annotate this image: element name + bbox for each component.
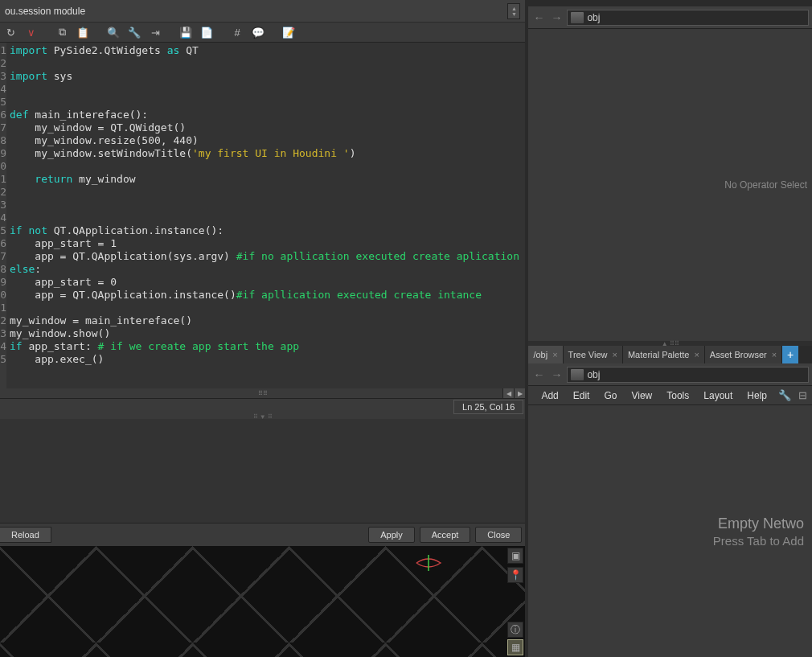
nav-back-icon[interactable]: ← [531, 10, 546, 25]
path-field-2[interactable]: obj [567, 367, 809, 383]
axis-gizmo-icon [412, 551, 445, 575]
close-icon[interactable]: × [772, 350, 777, 359]
search-icon[interactable]: 🔍 [106, 25, 121, 39]
press-tab-text: Press Tab to Add [713, 534, 804, 548]
module-title: ou.session module [5, 6, 85, 17]
close-icon[interactable]: × [694, 350, 699, 359]
accept-button[interactable]: Accept [420, 527, 471, 543]
menu-go[interactable]: Go [597, 388, 623, 404]
menu-layout[interactable]: Layout [697, 388, 739, 404]
button-row: Reload Apply Accept Close [0, 524, 525, 546]
hash-icon[interactable]: # [230, 25, 244, 39]
parameter-pane: No Operator Select [528, 29, 812, 341]
menu-edit[interactable]: Edit [567, 388, 597, 404]
drag-handle-icon[interactable]: ⠿⠿ [258, 390, 268, 397]
status-line: Ln 25, Col 16 [0, 398, 525, 414]
wrench-icon[interactable]: 🔧 [777, 388, 793, 404]
menu-add[interactable]: Add [535, 388, 564, 404]
code-editor[interactable]: 1 2 3 4 5 6 7 8 9 0 1 2 3 4 5 6 7 8 9 0 … [0, 43, 525, 388]
save-as-icon[interactable]: 📄 [199, 25, 214, 39]
viewport-3d[interactable]: ▣ 📍 ⓘ ▦ [0, 546, 525, 657]
add-tab-button[interactable]: + [782, 346, 798, 363]
module-title-bar: ou.session module ▲▼ [0, 0, 525, 23]
tab-strip: /obj× Tree View× Material Palette× Asset… [528, 346, 812, 363]
dropdown-icon[interactable]: ∨ [24, 25, 39, 39]
nav-forward-icon[interactable]: → [549, 10, 564, 25]
redo-icon[interactable]: ↻ [3, 25, 18, 39]
tab-tree-view[interactable]: Tree View× [564, 346, 623, 363]
apply-button[interactable]: Apply [368, 527, 415, 543]
note-icon[interactable]: 📝 [281, 25, 296, 39]
code-area[interactable]: import PySide2.QtWidgets as QT import sy… [6, 43, 525, 388]
pin-icon[interactable]: 📍 [507, 567, 523, 583]
scroll-right-icon[interactable]: ▶ [514, 388, 525, 398]
tab-obj[interactable]: /obj× [528, 346, 563, 363]
nav-back-icon[interactable]: ← [531, 368, 546, 382]
comment-icon[interactable]: 💬 [251, 25, 265, 39]
tree-icon[interactable]: ⊟ [794, 388, 810, 404]
goto-icon[interactable]: ⇥ [148, 25, 162, 39]
parameter-nav-bar: ← → obj [528, 6, 812, 29]
menu-help[interactable]: Help [740, 388, 773, 404]
copy-icon[interactable]: ⧉ [55, 25, 69, 39]
grid-icon[interactable]: ▦ [507, 639, 523, 655]
close-icon[interactable]: × [552, 350, 557, 359]
node-icon [571, 369, 584, 380]
output-area[interactable] [0, 419, 525, 524]
line-gutter: 1 2 3 4 5 6 7 8 9 0 1 2 3 4 5 6 7 8 9 0 … [0, 43, 6, 388]
info-icon[interactable]: ⓘ [507, 622, 523, 638]
close-icon[interactable]: × [613, 350, 617, 359]
path-text-2: obj [587, 369, 600, 380]
menu-tools[interactable]: Tools [660, 388, 695, 404]
network-menu-bar: Add Edit Go View Tools Layout Help 🔧 ⊟ [528, 386, 812, 405]
cursor-position: Ln 25, Col 16 [453, 400, 523, 414]
empty-network-text: Empty Netwo [718, 515, 804, 532]
nav-forward-icon[interactable]: → [549, 368, 564, 382]
editor-toolbar: ↻ ∨ ⧉ 📋 🔍 🔧 ⇥ 💾 📄 # 💬 📝 [0, 23, 525, 43]
save-icon[interactable]: 💾 [178, 25, 193, 39]
path-field-1[interactable]: obj [567, 10, 809, 26]
node-icon [571, 12, 584, 23]
no-operator-text: No Operator Select [724, 179, 807, 191]
network-view[interactable]: Empty Netwo Press Tab to Add [528, 405, 812, 657]
reload-button[interactable]: Reload [0, 527, 51, 543]
tab-material-palette[interactable]: Material Palette× [623, 346, 705, 363]
scroll-left-icon[interactable]: ◀ [502, 388, 514, 398]
path-text-1: obj [587, 12, 600, 23]
replace-icon[interactable]: 🔧 [127, 25, 141, 39]
updown-widget[interactable]: ▲▼ [507, 3, 520, 19]
clipboard-icon[interactable]: 📋 [76, 25, 90, 39]
close-button[interactable]: Close [475, 527, 522, 543]
tab-asset-browser[interactable]: Asset Browser× [705, 346, 782, 363]
network-nav-bar: ← → obj [528, 363, 812, 386]
menu-view[interactable]: View [625, 388, 658, 404]
grid-background [0, 546, 525, 657]
camera-icon[interactable]: ▣ [507, 548, 523, 564]
editor-footer: ⠿⠿ ◀ ▶ [0, 388, 525, 398]
